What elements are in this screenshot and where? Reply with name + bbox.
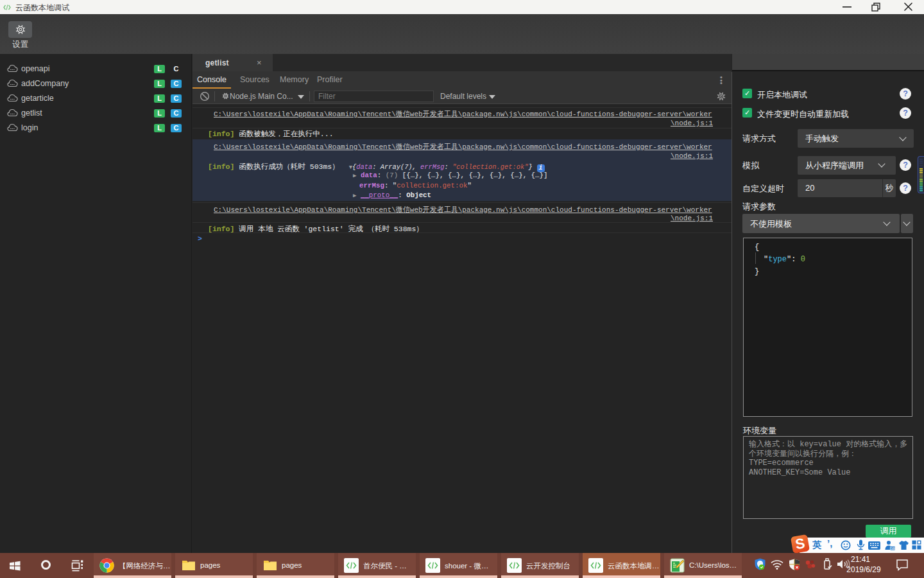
svg-text:10: 10 xyxy=(891,546,894,550)
